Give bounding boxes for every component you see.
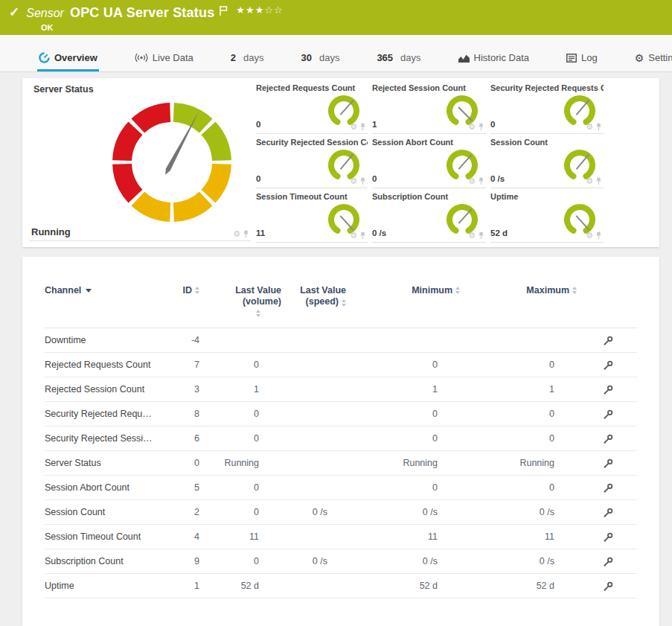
tab-live-data[interactable]: Live Data — [133, 52, 195, 71]
col-header-id[interactable]: ID — [177, 285, 199, 296]
tab-settings[interactable]: ⚙ Settings — [633, 52, 672, 71]
mini-gauge-cell: Session Count 0 /s ⚙ — [490, 138, 604, 188]
cell-last-volume: 0 — [199, 556, 259, 566]
pin-icon[interactable] — [359, 231, 366, 240]
cell-last-volume: 0 — [199, 482, 259, 493]
channel-gauge-title: Rejected Session Count — [372, 83, 486, 92]
col-header-last-value-speed[interactable]: Last Value (speed) — [281, 285, 346, 307]
channel-settings-icon[interactable] — [603, 409, 614, 420]
channel-gauge-title: Security Rejected Session Co… — [256, 138, 368, 147]
channel-gauge-value: 0 — [256, 120, 260, 129]
cell-maximum: 1 — [438, 384, 554, 395]
tab-historic-data[interactable]: Historic Data — [457, 52, 531, 71]
channel-gauge-title: Subscription Count — [372, 192, 486, 201]
gear-icon[interactable]: ⚙ — [350, 123, 357, 131]
cell-channel[interactable]: Downtime — [45, 335, 177, 345]
cell-last-volume: 0 — [199, 507, 259, 517]
table-row: Subscription Count 9 0 0 /s 0 /s 0 /s — [45, 549, 637, 574]
channel-gauge-title: Security Rejected Requests C… — [490, 83, 604, 92]
cell-minimum: 0 — [327, 409, 438, 419]
col-header-maximum[interactable]: Maximum — [460, 285, 577, 296]
cell-channel[interactable]: Session Abort Count — [45, 482, 177, 493]
cell-channel[interactable]: Subscription Count — [45, 556, 177, 566]
col-header-channel[interactable]: Channel — [45, 285, 177, 296]
gear-icon[interactable]: ⚙ — [586, 177, 593, 185]
channel-settings-icon[interactable] — [603, 360, 614, 371]
priority-stars[interactable]: ★★★☆☆ — [236, 4, 283, 16]
page-title: OPC UA Server Status — [70, 4, 214, 22]
cell-last-volume: 1 — [199, 384, 259, 395]
channel-gauge-value: 0 — [490, 120, 495, 129]
channel-gauge-value: 1 — [372, 120, 377, 129]
tab-365-days[interactable]: 365days — [375, 52, 422, 71]
channel-gauge-value: 0 — [372, 174, 377, 183]
cell-last-volume: Running — [199, 458, 259, 468]
gear-icon[interactable]: ⚙ — [350, 177, 357, 185]
table-row: Rejected Session Count 3 1 1 1 — [45, 377, 637, 402]
pin-icon[interactable] — [595, 231, 602, 240]
cell-channel[interactable]: Session Timeout Count — [45, 531, 177, 542]
mini-gauge-cell: Subscription Count 0 /s ⚙ — [372, 192, 486, 243]
channel-settings-icon[interactable] — [603, 335, 614, 346]
primary-gauge-cell: Running ⚙ — [29, 83, 251, 241]
flag-icon[interactable] — [219, 5, 228, 16]
gear-icon[interactable]: ⚙ — [586, 231, 593, 240]
pin-icon[interactable] — [478, 231, 484, 240]
channel-settings-icon[interactable] — [603, 458, 614, 469]
tab-log[interactable]: Log — [565, 52, 599, 71]
channel-gauge-value: 0 /s — [372, 229, 386, 237]
cell-last-volume: 52 d — [199, 581, 259, 591]
channel-settings-icon[interactable] — [603, 433, 614, 444]
cell-channel[interactable]: Security Rejected Sessi… — [45, 433, 177, 444]
cell-maximum: 0 — [438, 482, 554, 493]
cell-minimum: 0 — [327, 360, 438, 370]
cell-minimum: 1 — [327, 384, 438, 395]
gear-icon[interactable]: ⚙ — [233, 230, 240, 238]
pin-icon[interactable] — [359, 123, 366, 131]
cell-channel[interactable]: Rejected Session Count — [45, 384, 177, 395]
cell-channel[interactable]: Security Rejected Requ… — [45, 409, 177, 419]
pin-icon[interactable] — [478, 177, 484, 185]
gear-icon[interactable]: ⚙ — [350, 231, 357, 240]
tab-bar: Overview Live Data 2days 30days 365days … — [0, 35, 672, 72]
channel-settings-icon[interactable] — [603, 581, 614, 592]
pin-icon[interactable] — [359, 177, 366, 185]
cell-last-volume: 11 — [199, 531, 259, 542]
cell-maximum: 0 /s — [438, 556, 554, 566]
pin-icon[interactable] — [595, 177, 602, 185]
channel-settings-icon[interactable] — [603, 556, 614, 567]
cell-channel[interactable]: Session Count — [45, 507, 177, 517]
channel-settings-icon[interactable] — [603, 507, 614, 518]
channel-settings-icon[interactable] — [603, 531, 614, 543]
cell-maximum: 0 /s — [438, 507, 554, 517]
tab-overview[interactable]: Overview — [37, 52, 99, 71]
cell-id: -4 — [177, 335, 199, 345]
cell-maximum: Running — [438, 458, 554, 468]
col-header-last-value-volume[interactable]: Last Value (volume) — [199, 285, 281, 317]
pin-icon[interactable] — [478, 123, 484, 131]
mini-gauge-cell: Security Rejected Session Co… 0 ⚙ — [256, 138, 368, 188]
col-header-minimum[interactable]: Minimum — [346, 285, 460, 296]
channel-settings-icon[interactable] — [603, 482, 614, 494]
cell-id: 2 — [177, 507, 199, 517]
pin-icon[interactable] — [595, 123, 602, 131]
cell-channel[interactable]: Rejected Requests Count — [45, 360, 177, 370]
mini-gauge-grid: Rejected Requests Count 0 ⚙ Rejected Ses… — [256, 83, 604, 243]
gear-icon[interactable]: ⚙ — [586, 123, 593, 131]
tab-2-days[interactable]: 2days — [229, 52, 266, 71]
gear-icon[interactable]: ⚙ — [468, 177, 476, 185]
pin-icon[interactable] — [243, 230, 249, 238]
cell-minimum: 0 /s — [327, 556, 438, 566]
table-header-row: Channel ID Last Value (volume) Last Valu… — [45, 257, 637, 328]
mini-gauge-cell: Uptime 52 d ⚙ — [490, 192, 604, 243]
gear-icon[interactable]: ⚙ — [468, 231, 476, 240]
tab-30-days[interactable]: 30days — [299, 52, 341, 71]
table-row: Server Status 0 Running Running Running — [45, 451, 637, 476]
cell-channel[interactable]: Uptime — [45, 581, 177, 591]
table-row: Session Count 2 0 0 /s 0 /s 0 /s — [45, 500, 637, 525]
gear-icon[interactable]: ⚙ — [468, 123, 476, 131]
channel-settings-icon[interactable] — [603, 384, 614, 395]
mini-gauge-cell: Session Abort Count 0 ⚙ — [372, 138, 486, 188]
cell-channel[interactable]: Server Status — [45, 458, 177, 468]
status-check-icon: ✓ — [9, 4, 19, 21]
